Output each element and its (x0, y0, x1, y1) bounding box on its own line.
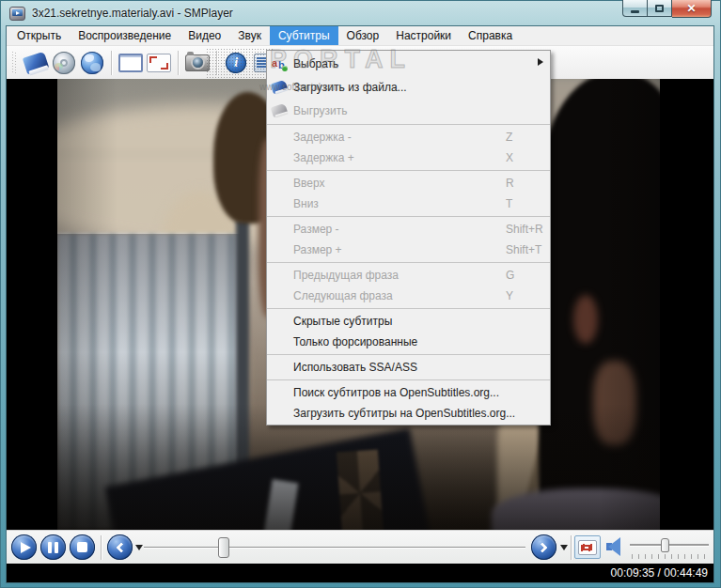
seek-slider[interactable] (144, 531, 525, 565)
menubar-item-options[interactable]: Настройки (387, 26, 460, 45)
shortcut-label: Y (506, 289, 513, 302)
submenu-arrow-icon (538, 58, 543, 66)
toolbar-separator (178, 51, 179, 75)
menu-item-up[interactable]: Вверх R (267, 173, 550, 193)
status-bar: 00:09:35 / 00:44:49 (7, 564, 713, 582)
fullscreen-icon (578, 540, 597, 555)
caption-buttons: ✕ (622, 0, 712, 18)
shortcut-label: X (506, 151, 513, 164)
toolbar-separator (111, 51, 112, 75)
app-icon (9, 7, 25, 21)
disc-icon (53, 52, 75, 74)
menu-separator (267, 354, 550, 355)
shortcut-label: Shift+T (506, 243, 541, 256)
minimize-icon (631, 10, 639, 13)
menu-item-next-line[interactable]: Следующая фраза Y (267, 286, 550, 306)
control-bar (7, 530, 713, 564)
fullscreen-icon (147, 54, 171, 72)
stop-icon (77, 542, 87, 552)
forward-menu-arrow[interactable] (560, 545, 568, 550)
subtitle-select-icon: ab (271, 55, 288, 72)
minimize-button[interactable] (622, 0, 648, 17)
rewind-icon (116, 542, 126, 552)
open-file-button[interactable] (22, 49, 50, 77)
smplayer-window: 3x21.sekretnye.materialy.avi - SMPlayer … (0, 0, 721, 588)
open-url-button[interactable] (78, 49, 106, 77)
shortcut-label: Z (506, 131, 512, 144)
menu-item-closed-captions[interactable]: Скрытые субтитры (267, 311, 550, 332)
menubar-item-open[interactable]: Открыть (8, 26, 70, 45)
volume-handle[interactable] (661, 538, 669, 552)
globe-icon (81, 52, 103, 74)
controlbar-separator (101, 535, 102, 560)
menubar: Открыть Воспроизведение Видео Звук Субти… (7, 26, 713, 46)
shortcut-label: G (506, 269, 514, 282)
menu-item-find-subtitles[interactable]: Поиск субтитров на OpenSubtitles.org... (267, 382, 550, 403)
menu-item-size-plus[interactable]: Размер + Shift+T (267, 240, 550, 260)
menu-separator (267, 379, 550, 380)
menu-separator (267, 308, 550, 309)
menubar-item-help[interactable]: Справка (460, 26, 521, 45)
menu-separator (267, 262, 550, 263)
menu-item-load-from-file[interactable]: Загрузить из файла... (267, 75, 550, 99)
play-icon (21, 542, 31, 553)
volume-icon[interactable] (606, 537, 623, 556)
volume-groove (630, 544, 709, 546)
pause-icon (48, 542, 58, 553)
subtitles-menu: ab Выбрать Загрузить из файла... Выгрузи… (266, 50, 551, 426)
window-title: 3x21.sekretnye.materialy.avi - SMPlayer (32, 7, 233, 20)
rewind-menu-arrow[interactable] (135, 545, 143, 550)
menu-separator (267, 170, 550, 171)
menubar-item-browse[interactable]: Обзор (338, 26, 388, 45)
play-button[interactable] (11, 534, 37, 560)
menubar-item-audio[interactable]: Звук (229, 26, 270, 45)
watermark-dots (206, 48, 274, 78)
book-gray-icon (271, 102, 288, 119)
open-file-icon (23, 51, 49, 74)
menu-item-select[interactable]: ab Выбрать (267, 52, 550, 75)
menubar-item-play[interactable]: Воспроизведение (70, 26, 180, 45)
menu-item-down[interactable]: Вниз T (267, 193, 550, 214)
close-button[interactable]: ✕ (672, 0, 712, 18)
menubar-item-subtitles[interactable]: Субтитры (270, 26, 338, 45)
menu-item-delay-minus[interactable]: Задержка - Z (267, 127, 550, 147)
seek-handle[interactable] (218, 537, 229, 558)
pause-button[interactable] (40, 534, 66, 560)
stop-button[interactable] (70, 534, 95, 560)
rewind-button[interactable] (107, 534, 133, 560)
forward-button[interactable] (531, 534, 556, 560)
maximize-icon (655, 5, 664, 12)
shortcut-label: Shift+R (506, 223, 543, 236)
menu-separator (267, 216, 550, 217)
menu-item-delay-plus[interactable]: Задержка + X (267, 147, 550, 168)
toolbar-drag-handle[interactable] (12, 52, 17, 74)
titlebar[interactable]: 3x21.sekretnye.materialy.avi - SMPlayer (0, 0, 721, 26)
maximize-button[interactable] (648, 0, 672, 17)
menu-item-unload[interactable]: Выгрузить (267, 99, 550, 122)
close-icon: ✕ (686, 2, 696, 15)
menu-item-size-minus[interactable]: Размер - Shift+R (267, 219, 550, 240)
menu-item-use-ssa-ass[interactable]: Использовать SSA/ASS (267, 357, 550, 378)
seek-groove (144, 547, 525, 548)
compact-mode-button[interactable] (117, 49, 145, 77)
shortcut-label: R (506, 177, 514, 190)
time-display: 00:09:35 / 00:44:49 (611, 566, 708, 580)
book-icon (271, 79, 288, 96)
fullscreen-button[interactable] (145, 49, 173, 77)
menu-item-forced-only[interactable]: Только форсированные (267, 332, 550, 352)
controlbar-separator (571, 535, 572, 560)
menu-item-upload-subtitles[interactable]: Загрузить субтитры на OpenSubtitles.org.… (267, 403, 550, 424)
fullscreen-toggle-button[interactable] (574, 535, 601, 559)
window-icon (118, 54, 143, 72)
menu-item-previous-line[interactable]: Предыдущая фраза G (267, 265, 550, 286)
volume-ticks (632, 554, 707, 559)
shortcut-label: T (506, 197, 512, 210)
menu-separator (267, 124, 550, 125)
forward-icon (537, 542, 547, 552)
open-disc-button[interactable] (50, 49, 78, 77)
menubar-item-video[interactable]: Видео (180, 26, 229, 45)
volume-slider[interactable] (630, 538, 709, 561)
